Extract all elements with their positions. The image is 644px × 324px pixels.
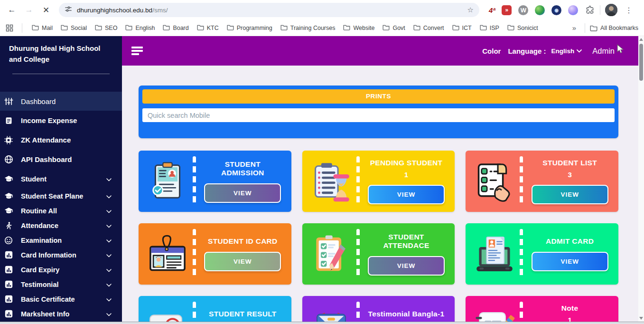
url-bar[interactable]: dhurunghighschool.edu.bd/sms/ ☆ — [59, 3, 479, 17]
sidebar-item-label: Dashboard — [21, 97, 56, 105]
folder-icon — [413, 24, 420, 32]
theme-orb-extension-icon[interactable] — [568, 5, 579, 15]
sidebar: Dhurung Ideal High School and College Da… — [0, 36, 122, 324]
all-bookmarks-button[interactable]: All Bookmarks — [590, 25, 638, 31]
bookmark-folder[interactable]: Sonicict — [507, 24, 538, 32]
bookmark-folder[interactable]: Programming — [227, 24, 272, 32]
admin-menu[interactable]: Admin — [592, 47, 615, 56]
browser-menu-icon[interactable]: ⋮ — [622, 6, 635, 15]
sidebar-item-dashboard[interactable]: Dashboard — [0, 92, 122, 111]
language-dropdown[interactable]: English — [551, 48, 582, 55]
sidebar-item-label: ZK Attendance — [21, 136, 71, 144]
view-button[interactable]: VIEW — [532, 252, 608, 271]
sidebar-item-label: Examination — [21, 237, 62, 244]
view-button[interactable]: VIEW — [368, 185, 445, 204]
sidebar-item-card-information[interactable]: Card Information — [0, 248, 122, 262]
password-manager-extension-icon[interactable]: ◉ — [551, 5, 562, 15]
bookmark-folder-label: KTC — [207, 25, 219, 31]
vertical-scrollbar[interactable] — [638, 36, 644, 322]
sidebar-item-student[interactable]: Student — [0, 169, 122, 189]
back-icon[interactable]: ← — [5, 3, 19, 17]
invoice-icon — [3, 116, 14, 125]
sidebar-item-routine-all[interactable]: Routine All — [0, 203, 122, 218]
sidebar-item-income-expense[interactable]: Income Expense — [0, 111, 122, 130]
bookmark-folder-label: Training Courses — [290, 25, 336, 31]
bookmark-folder-label: Convert — [423, 25, 444, 31]
bookmark-folder-label: Website — [353, 25, 374, 31]
bookmark-folder[interactable]: Website — [343, 24, 374, 32]
extensions-puzzle-icon[interactable] — [585, 5, 595, 15]
sidebar-item-label: Marksheet Info — [21, 310, 69, 318]
profile-avatar[interactable] — [605, 4, 617, 16]
bookmark-folder[interactable]: Mail — [32, 24, 53, 32]
card-title: Note — [561, 304, 579, 313]
globe-icon — [3, 155, 14, 164]
bookmarks-bar: MailSocialSEOEnglishBoardKTCProgrammingT… — [0, 20, 644, 36]
bookmark-folder[interactable]: Social — [61, 24, 87, 32]
bookmark-folder[interactable]: ICT — [452, 24, 472, 32]
apps-grid-icon[interactable] — [6, 24, 13, 32]
bookmark-folder[interactable]: KTC — [197, 24, 219, 32]
sidebar-item-testimonial[interactable]: Testimonial — [0, 277, 122, 292]
view-button[interactable]: VIEW — [368, 256, 445, 276]
bookmark-folder[interactable]: Govt — [383, 24, 405, 32]
sidebar-item-label: Basic Certificate — [21, 295, 75, 303]
sidebar-item-card-expiry[interactable]: Card Expiry — [0, 262, 122, 277]
scroll-down-arrow[interactable] — [639, 317, 643, 320]
dashboard-content: PRINTS STUDENT ADMISSIONVIEWPENDING STUD… — [122, 66, 638, 324]
card-student-admission: STUDENT ADMISSIONVIEW — [139, 151, 291, 212]
bookmark-folder[interactable]: SEO — [95, 24, 117, 32]
dashed-separator — [193, 156, 196, 206]
wordpress-extension-icon[interactable]: W — [518, 5, 529, 15]
card-admit-card: ADMIT CARDVIEW — [466, 223, 618, 285]
bookmark-folder[interactable]: English — [125, 24, 155, 32]
admission-doc-icon — [143, 161, 192, 202]
sidebar-item-attendance[interactable]: Attendance — [0, 218, 122, 233]
scrollbar-thumb[interactable] — [639, 44, 643, 81]
extension-badge[interactable]: 4ª — [489, 6, 495, 14]
bookmark-folder[interactable]: ISP — [480, 24, 499, 32]
sidebar-item-marksheet-info[interactable]: Marksheet Info — [0, 306, 122, 321]
folder-icon — [227, 24, 234, 32]
card-title: STUDENT ADMISSION — [203, 160, 283, 177]
hamburger-menu-icon[interactable] — [131, 47, 143, 55]
sidebar-item-label: Routine All — [21, 207, 57, 215]
site-settings-icon[interactable] — [65, 5, 72, 15]
view-button[interactable]: VIEW — [204, 252, 281, 271]
bookmark-folder[interactable]: Board — [163, 24, 188, 32]
scroll-up-arrow[interactable] — [639, 38, 643, 41]
bookmark-folder[interactable]: Convert — [413, 24, 444, 32]
url-host: dhurunghighschool.edu.bd — [77, 7, 152, 14]
dashboard-cards: STUDENT ADMISSIONVIEWPENDING STUDENT1VIE… — [139, 151, 618, 324]
quick-search-input[interactable] — [142, 108, 615, 122]
sidebar-item-label: Student — [21, 175, 47, 183]
bookmarks-overflow-chevron[interactable]: » — [569, 24, 580, 32]
stop-loading-icon[interactable]: ✕ — [39, 3, 53, 17]
graduate-icon — [3, 207, 14, 215]
sidebar-item-examination[interactable]: Examination — [0, 233, 122, 248]
horizontal-scrollbar[interactable] — [0, 322, 644, 324]
browser-chrome: ← → ✕ dhurunghighschool.edu.bd/sms/ ☆ 4ª… — [0, 0, 644, 36]
language-value: English — [551, 48, 574, 55]
view-button[interactable]: VIEW — [204, 183, 281, 203]
sidebar-item-api-dashboard[interactable]: API Dashboard — [0, 150, 122, 169]
toolbar-divider — [600, 5, 600, 15]
card-count: 1 — [404, 171, 408, 179]
bookmark-star-icon[interactable]: ☆ — [467, 6, 474, 14]
sidebar-item-zk-attendance[interactable]: ZK Attendance — [0, 130, 122, 150]
dashed-separator — [520, 229, 523, 279]
color-button[interactable]: Color — [482, 47, 501, 55]
bookmark-folder-label: English — [135, 25, 155, 31]
forward-icon[interactable]: → — [22, 3, 36, 17]
video-downloader-extension-icon[interactable]: » — [502, 5, 512, 15]
bookmark-folder[interactable]: Training Courses — [280, 24, 336, 32]
prints-panel-title: PRINTS — [142, 89, 615, 104]
sidebar-item-student-seat-plane[interactable]: Student Seat Plane — [0, 189, 122, 203]
folder-icon — [452, 24, 459, 32]
card-title: STUDENT ID CARD — [208, 237, 278, 246]
idm-extension-icon[interactable] — [535, 5, 545, 15]
sidebar-item-basic-certificate[interactable]: Basic Certificate — [0, 292, 122, 306]
dashed-separator — [193, 229, 196, 279]
chevron-down-icon — [106, 221, 112, 230]
view-button[interactable]: VIEW — [532, 185, 608, 204]
